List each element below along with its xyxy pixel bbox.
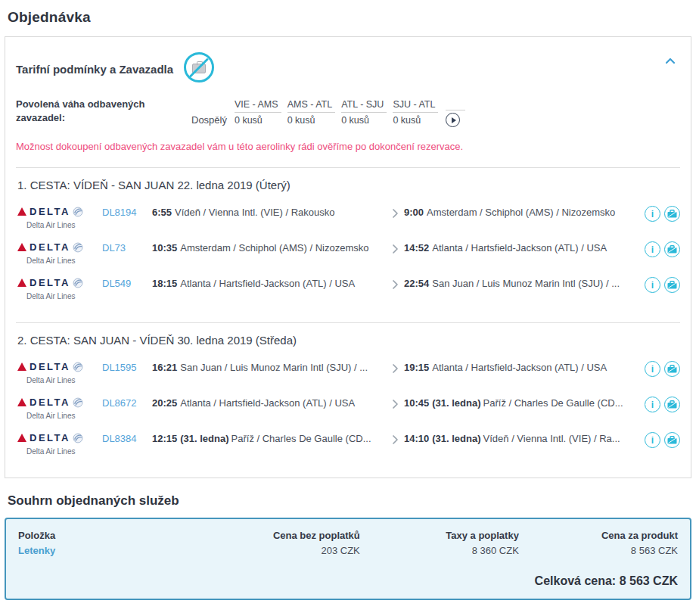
airline-logo-text: DELTA xyxy=(30,361,70,372)
departure-time: 6:55 xyxy=(152,207,172,218)
departure-time: 10:35 xyxy=(152,242,177,254)
skyteam-icon xyxy=(73,433,83,443)
arrival-time: 22:54 xyxy=(404,278,429,289)
arrival-info: 14:52Atlanta / Hartsfield-Jackson (ATL) … xyxy=(404,241,638,254)
order-summary-box: Položka Cena bez poplatků Taxy a poplatk… xyxy=(5,518,691,600)
chevron-right-icon xyxy=(386,241,404,254)
skyteam-icon xyxy=(73,242,83,253)
empty-header xyxy=(446,98,465,110)
delta-triangle-icon xyxy=(17,434,26,442)
route-header: SJU - ATL xyxy=(393,99,438,113)
chevron-right-icon xyxy=(386,361,404,374)
arrival-place: Vídeň / Vienna Intl. (VIE) / Ra... xyxy=(483,433,620,444)
flight-number-link[interactable]: DL8194 xyxy=(102,206,152,218)
delta-triangle-icon xyxy=(17,362,26,371)
airline-name: Delta Air Lines xyxy=(26,292,102,300)
info-icon[interactable]: i xyxy=(645,241,660,257)
flight-row-actions: i xyxy=(638,361,680,377)
airline-logo-text: DELTA xyxy=(30,277,70,288)
departure-place: San Juan / Luis Munoz Marin Intl (SJU) /… xyxy=(180,362,368,373)
departure-place: Atlanta / Hartsfield-Jackson (ATL) / USA xyxy=(180,397,355,409)
delta-logo: DELTA xyxy=(17,397,102,408)
summary-net-price: 203 CZK xyxy=(201,545,360,556)
summary-taxes: 8 360 CZK xyxy=(360,545,519,556)
flight-number-link[interactable]: DL8672 xyxy=(102,397,152,409)
baggage-icon[interactable] xyxy=(664,206,680,222)
airline-name: Delta Air Lines xyxy=(26,376,102,384)
tariff-panel-header: Tarifní podmínky a Zavazadla xyxy=(16,46,680,93)
collapse-panel-button[interactable] xyxy=(660,52,680,70)
departure-info: 12:15(31. ledna)Paříž / Charles De Gaull… xyxy=(152,432,386,444)
airline-cell: DELTA Delta Air Lines xyxy=(17,361,102,384)
baggage-icon[interactable] xyxy=(664,397,680,412)
flight-row: DELTA Delta Air Lines DL8672 20:25Atlant… xyxy=(16,391,680,427)
baggage-purchase-note: Možnost dokoupení odbavených zavazadel v… xyxy=(16,141,680,152)
tariff-panel-title: Tarifní podmínky a Zavazadla xyxy=(16,63,173,76)
info-icon[interactable]: i xyxy=(645,206,660,222)
flight-number-link[interactable]: DL73 xyxy=(102,241,152,254)
delta-triangle-icon xyxy=(17,278,26,287)
arrival-info: 9:00Amsterdam / Schiphol (AMS) / Nizozem… xyxy=(404,206,638,218)
route-header: AMS - ATL xyxy=(287,99,336,113)
route-header: ATL - SJU xyxy=(341,99,387,113)
flight-row-actions: i xyxy=(638,432,680,448)
departure-time: 12:15 xyxy=(152,433,177,444)
arrival-info: 19:15Atlanta / Hartsfield-Jackson (ATL) … xyxy=(404,361,638,373)
tariff-panel: Tarifní podmínky a Zavazadla Povolená vá… xyxy=(5,36,691,478)
trip-2: 2. CESTA: SAN JUAN - VÍDEŇ 30. ledna 201… xyxy=(16,322,680,478)
baggage-icon[interactable] xyxy=(664,361,680,377)
baggage-allowance-table: Dospělý VIE - AMS 0 kusů AMS - ATL 0 kus… xyxy=(191,98,465,127)
chevron-right-icon xyxy=(386,397,404,409)
summary-table: Položka Cena bez poplatků Taxy a poplatk… xyxy=(18,530,678,556)
flight-number-link[interactable]: DL8384 xyxy=(102,432,152,444)
departure-info: 6:55Vídeň / Vienna Intl. (VIE) / Rakousk… xyxy=(152,206,386,218)
total-price: Celková cena: 8 563 CZK xyxy=(18,574,678,588)
page-title: Objednávka xyxy=(8,9,691,26)
baggage-icon[interactable] xyxy=(664,241,680,257)
delta-triangle-icon xyxy=(17,398,26,406)
baggage-next-column xyxy=(446,98,465,127)
airline-cell: DELTA Delta Air Lines xyxy=(17,206,102,229)
baggage-column: VIE - AMS 0 kusů xyxy=(235,99,281,127)
summary-col-taxes: Taxy a poplatky xyxy=(360,530,519,541)
info-icon[interactable]: i xyxy=(645,361,660,377)
arrival-place: Amsterdam / Schiphol (AMS) / Nizozemsko xyxy=(427,207,615,218)
chevron-right-icon xyxy=(386,206,404,219)
flight-row-actions: i xyxy=(638,397,680,412)
delta-logo: DELTA xyxy=(17,206,102,217)
route-header: VIE - AMS xyxy=(235,99,281,113)
arrival-time: 14:52 xyxy=(404,242,429,254)
departure-place: Atlanta / Hartsfield-Jackson (ATL) / USA xyxy=(180,278,355,289)
arrival-place: Atlanta / Hartsfield-Jackson (ATL) / USA xyxy=(432,362,607,373)
departure-time: 18:15 xyxy=(152,278,177,289)
baggage-icon[interactable] xyxy=(664,432,680,448)
summary-item-link[interactable]: Letenky xyxy=(18,545,55,556)
departure-place: Vídeň / Vienna Intl. (VIE) / Rakousko xyxy=(175,207,335,218)
skyteam-icon xyxy=(73,207,83,217)
airline-name: Delta Air Lines xyxy=(26,447,102,456)
info-icon[interactable]: i xyxy=(645,397,660,412)
arrival-time: 14:10 xyxy=(404,433,429,444)
flight-row: DELTA Delta Air Lines DL549 18:15Atlanta… xyxy=(16,272,680,307)
baggage-count: 0 kusů xyxy=(341,113,387,127)
chevron-right-icon xyxy=(386,432,404,445)
flight-number-link[interactable]: DL549 xyxy=(102,277,152,289)
delta-logo: DELTA xyxy=(17,241,102,253)
chevron-right-icon xyxy=(386,277,404,290)
airline-name: Delta Air Lines xyxy=(26,412,102,420)
airline-cell: DELTA Delta Air Lines xyxy=(17,277,102,300)
arrival-time: 9:00 xyxy=(404,207,424,218)
flight-row: DELTA Delta Air Lines DL8194 6:55Vídeň /… xyxy=(16,201,680,236)
baggage-icon[interactable] xyxy=(664,277,680,293)
baggage-column: ATL - SJU 0 kusů xyxy=(341,99,387,127)
airline-logo-text: DELTA xyxy=(30,241,70,253)
airline-name: Delta Air Lines xyxy=(26,221,102,229)
summary-col-item: Položka xyxy=(18,530,201,541)
baggage-label-line1: Povolená váha odbavených xyxy=(16,98,191,111)
departure-time: 16:21 xyxy=(152,362,177,373)
info-icon[interactable]: i xyxy=(645,277,660,293)
flight-number-link[interactable]: DL1595 xyxy=(102,361,152,373)
arrival-info: 22:54San Juan / Luis Munoz Marin Intl (S… xyxy=(404,277,638,289)
info-icon[interactable]: i xyxy=(645,432,660,448)
next-routes-button[interactable] xyxy=(446,113,460,127)
